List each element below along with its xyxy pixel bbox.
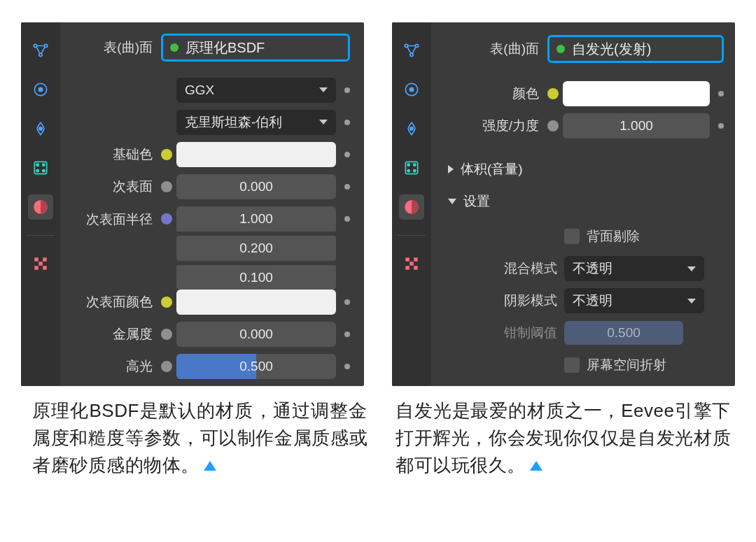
- socket-indicator-icon: [344, 184, 350, 190]
- material-tab-icon[interactable]: [28, 194, 53, 220]
- emission-strength-value: 1.000: [620, 118, 653, 134]
- clip-threshold-field: 0.500: [564, 321, 683, 345]
- ssr-checkbox[interactable]: [564, 357, 580, 373]
- svg-rect-12: [34, 257, 38, 261]
- value-socket-icon[interactable]: [161, 329, 172, 340]
- svg-point-7: [36, 164, 38, 166]
- svg-point-24: [407, 164, 410, 166]
- svg-rect-16: [43, 266, 46, 269]
- subsurface-method-dropdown[interactable]: 克里斯坦森-伯利: [176, 110, 336, 135]
- shadow-mode-dropdown[interactable]: 不透明: [564, 288, 704, 313]
- svg-point-8: [43, 164, 45, 166]
- svg-point-22: [410, 127, 413, 130]
- value-socket-icon[interactable]: [161, 181, 172, 192]
- shader-active-dot-icon: [170, 43, 178, 52]
- socket-indicator-icon: [344, 152, 350, 157]
- chevron-down-icon: [319, 87, 328, 92]
- texture-tab-icon[interactable]: [28, 251, 53, 276]
- blend-mode-dropdown[interactable]: 不透明: [564, 256, 704, 281]
- distribution-value: GGX: [185, 83, 214, 98]
- material-tab-icon[interactable]: [399, 194, 424, 220]
- clip-threshold-label: 钳制阈值: [466, 324, 557, 342]
- modifier-tab-icon[interactable]: [399, 155, 424, 180]
- socket-indicator-icon: [344, 120, 350, 125]
- left-caption-text: 原理化BSDF是默认的材质，通过调整金属度和糙度等参数，可以制作金属质感或者磨砂…: [32, 400, 368, 476]
- svg-point-27: [414, 170, 416, 172]
- socket-indicator-icon: [344, 299, 350, 305]
- right-caption: 自发光是最爱的材质之一，Eevee引擎下打开辉光，你会发现你仅仅是自发光材质都可…: [396, 397, 731, 479]
- specular-label: 高光: [67, 357, 157, 376]
- surface-shader-button[interactable]: 自发光(发射): [547, 35, 724, 63]
- value-socket-icon[interactable]: [547, 120, 559, 131]
- backface-culling-label: 背面剔除: [587, 227, 640, 245]
- base-color-label: 基础色: [67, 145, 157, 164]
- subsurface-label: 次表面: [67, 178, 157, 196]
- surface-label: 表(曲)面: [67, 38, 157, 57]
- texture-tab-icon[interactable]: [399, 251, 424, 276]
- color-socket-icon[interactable]: [161, 149, 172, 160]
- metallic-value: 0.000: [239, 327, 273, 342]
- subsurface-method-value: 克里斯坦森-伯利: [185, 113, 282, 131]
- volume-section-label: 体积(音量): [461, 160, 523, 178]
- shader-name: 自发光(发射): [572, 40, 651, 59]
- render-tab-icon[interactable]: [399, 38, 424, 63]
- value-socket-icon[interactable]: [161, 361, 172, 372]
- svg-point-25: [414, 164, 416, 166]
- subsurface-value-field[interactable]: 0.000: [176, 174, 336, 199]
- svg-rect-30: [414, 257, 417, 261]
- distribution-dropdown[interactable]: GGX: [176, 78, 336, 103]
- settings-section-header[interactable]: 设置: [438, 189, 724, 214]
- emission-color-swatch[interactable]: [563, 81, 710, 106]
- blend-mode-label: 混合模式: [466, 259, 557, 278]
- output-tab-icon[interactable]: [399, 77, 424, 102]
- chevron-down-icon: [687, 299, 696, 304]
- subsurface-radius-x[interactable]: 1.000: [176, 206, 336, 231]
- subsurface-radius-z[interactable]: 0.100: [176, 265, 336, 290]
- viewlayer-tab-icon[interactable]: [399, 116, 424, 141]
- modifier-tab-icon[interactable]: [28, 155, 53, 180]
- disclosure-right-icon: [448, 165, 454, 173]
- svg-point-17: [405, 44, 407, 47]
- color-socket-icon[interactable]: [161, 297, 172, 308]
- svg-rect-31: [410, 262, 413, 265]
- blend-mode-value: 不透明: [573, 259, 612, 278]
- svg-point-10: [43, 170, 45, 172]
- svg-point-9: [36, 170, 38, 172]
- left-caption: 原理化BSDF是默认的材质，通过调整金属度和糙度等参数，可以制作金属质感或者磨砂…: [32, 397, 368, 479]
- svg-point-18: [415, 44, 418, 47]
- disclosure-down-icon: [448, 199, 456, 204]
- render-tab-icon[interactable]: [28, 38, 53, 63]
- volume-section-header[interactable]: 体积(音量): [438, 157, 724, 182]
- metallic-label: 金属度: [67, 325, 157, 343]
- chevron-down-icon: [687, 266, 696, 271]
- shader-active-dot-icon: [556, 45, 565, 53]
- socket-indicator-icon: [718, 123, 724, 129]
- emission-strength-label: 强度/力度: [438, 117, 543, 135]
- base-color-swatch[interactable]: [176, 142, 336, 167]
- socket-indicator-icon: [344, 216, 350, 222]
- emission-strength-field[interactable]: 1.000: [563, 113, 710, 138]
- socket-indicator-icon: [344, 331, 350, 337]
- chevron-down-icon: [319, 120, 328, 124]
- socket-indicator-icon: [344, 87, 350, 93]
- svg-point-19: [410, 53, 413, 56]
- output-tab-icon[interactable]: [28, 77, 53, 102]
- triangle-marker-icon: [204, 461, 216, 471]
- backface-culling-checkbox[interactable]: [564, 229, 580, 244]
- viewlayer-tab-icon[interactable]: [28, 116, 53, 141]
- specular-field[interactable]: 0.500: [176, 354, 336, 379]
- shader-name: 原理化BSDF: [186, 38, 265, 57]
- emission-panel-body: 表(曲)面 自发光(发射) 颜色 强度/力度: [431, 22, 735, 386]
- subsurface-radius-y[interactable]: 0.200: [176, 236, 336, 261]
- svg-point-0: [34, 44, 36, 47]
- vector-socket-icon[interactable]: [161, 213, 172, 224]
- socket-indicator-icon: [344, 364, 350, 369]
- color-socket-icon[interactable]: [547, 88, 559, 99]
- subsurface-color-swatch[interactable]: [176, 290, 336, 315]
- triangle-marker-icon: [530, 461, 542, 471]
- subsurface-value: 0.000: [239, 179, 273, 194]
- subsurface-radius-vector: 1.000 0.200 0.100: [176, 206, 336, 290]
- svg-point-5: [39, 127, 42, 130]
- metallic-field[interactable]: 0.000: [176, 322, 336, 347]
- surface-shader-button[interactable]: 原理化BSDF: [161, 34, 350, 62]
